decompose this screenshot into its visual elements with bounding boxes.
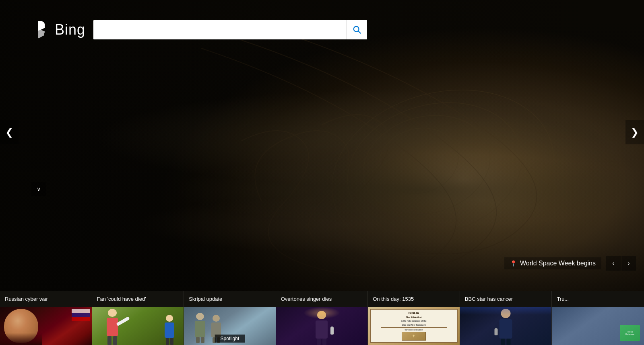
svg-point-8	[353, 27, 359, 32]
side-nav-right-button[interactable]: ❯	[625, 120, 644, 144]
news-card-title-bbc: BBC star has cancer	[460, 291, 552, 307]
location-label: World Space Week begins	[520, 260, 596, 267]
next-arrow-icon: ›	[627, 260, 630, 267]
search-button[interactable]	[346, 20, 367, 39]
news-card-image-trump: PressRelease	[552, 307, 644, 345]
news-card-bbc[interactable]: BBC star has cancer	[460, 291, 552, 345]
news-card-trump[interactable]: Tru... PressRelease	[552, 291, 644, 345]
location-pin-icon: 📍	[510, 260, 517, 267]
side-nav-left-button[interactable]: ❮	[0, 120, 19, 144]
bing-b-icon	[32, 20, 52, 39]
bing-text: Bing	[55, 21, 85, 38]
news-card-overtones[interactable]: Overtones singer dies	[276, 291, 368, 345]
news-card-history[interactable]: On this day: 1535 BIBLIA The Bible that …	[368, 291, 460, 345]
news-card-image-history: BIBLIA The Bible that is the holy Script…	[368, 307, 460, 345]
news-card-image-russian	[0, 307, 92, 345]
news-card-title-trump: Tru...	[552, 291, 644, 307]
spotlight-badge: Spotlight	[215, 335, 245, 343]
news-card-russian[interactable]: Russian cyber war	[0, 291, 92, 345]
svg-point-3	[332, 84, 537, 254]
bing-logo[interactable]: Bing	[32, 20, 85, 39]
news-cards: Russian cyber war Fan 'could have died'	[0, 291, 644, 345]
news-card-img-bg-russian	[0, 307, 92, 345]
info-panel: 📍 World Space Week begins ‹ ›	[504, 256, 636, 271]
news-card-title-russian: Russian cyber war	[0, 291, 92, 307]
search-icon	[353, 25, 361, 34]
news-card-skripal[interactable]: Skripal update	[184, 291, 276, 345]
search-input[interactable]	[93, 20, 346, 39]
news-card-img-bg-trump: PressRelease	[552, 307, 644, 345]
header: Bing	[0, 0, 644, 39]
news-card-title-skripal: Skripal update	[184, 291, 276, 307]
news-card-img-bg-history: BIBLIA The Bible that is the holy Script…	[368, 307, 460, 345]
collapse-button[interactable]: ∨	[31, 182, 46, 196]
news-strip: Russian cyber war Fan 'could have died'	[0, 291, 644, 345]
news-card-image-bbc	[460, 307, 552, 345]
carousel-next-button[interactable]: ›	[621, 256, 636, 271]
news-card-img-bg-bbc	[460, 307, 552, 345]
news-card-title-history: On this day: 1535	[368, 291, 460, 307]
prev-arrow-icon: ‹	[612, 260, 614, 267]
location-info[interactable]: 📍 World Space Week begins	[504, 257, 601, 269]
carousel-nav: ‹ ›	[606, 256, 636, 271]
chevron-down-icon: ∨	[37, 186, 41, 192]
search-bar	[93, 20, 367, 39]
news-card-title-golf: Fan 'could have died'	[92, 291, 184, 307]
svg-point-2	[313, 66, 572, 279]
news-card-image-overtones	[276, 307, 368, 345]
news-card-img-bg-golf	[92, 307, 184, 345]
left-chevron-icon: ❮	[5, 127, 13, 138]
news-card-img-bg-overtones	[276, 307, 368, 345]
carousel-prev-button[interactable]: ‹	[606, 256, 621, 271]
news-card-golf[interactable]: Fan 'could have died'	[92, 291, 184, 345]
svg-point-5	[372, 119, 466, 202]
news-card-image-skripal: Spotlight	[184, 307, 276, 345]
bottom-info-bar: ∨ 📍 World Space Week begins ‹ ›	[0, 256, 644, 271]
svg-line-9	[358, 31, 361, 33]
right-chevron-icon: ❯	[631, 127, 639, 138]
svg-point-4	[352, 102, 501, 228]
news-card-title-overtones: Overtones singer dies	[276, 291, 368, 307]
news-card-image-golf	[92, 307, 184, 345]
news-area: Russian cyber war Fan 'could have died'	[0, 291, 644, 345]
